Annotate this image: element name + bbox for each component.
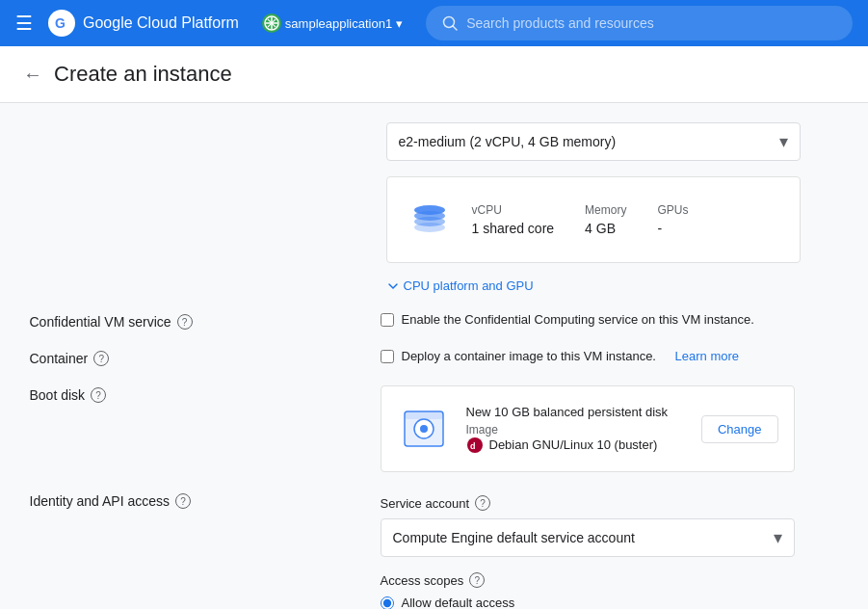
- confidential-vm-row: Confidential VM service ? Enable the Con…: [30, 312, 839, 330]
- main-area: e2-medium (2 vCPU, 4 GB memory) ▾ vCPU 1…: [0, 103, 868, 609]
- svg-point-12: [414, 223, 445, 232]
- container-label-col: Container ?: [30, 349, 357, 366]
- boot-disk-help-icon[interactable]: ?: [91, 387, 106, 403]
- page-header: ← Create an instance: [0, 46, 868, 103]
- memory-label: Memory: [585, 203, 626, 217]
- vcpu-col: vCPU 1 shared core: [472, 203, 555, 236]
- gpus-value: -: [657, 221, 688, 236]
- identity-help-icon[interactable]: ?: [175, 493, 191, 509]
- confidential-vm-checkbox[interactable]: [381, 313, 394, 327]
- service-account-help-icon[interactable]: ?: [475, 495, 490, 511]
- disk-image-label: Image: [466, 423, 686, 437]
- disk-info: New 10 GB balanced persistent disk Image…: [466, 405, 686, 454]
- page-title: Create an instance: [54, 62, 232, 87]
- project-selector[interactable]: sampleapplication1 ▾: [254, 10, 410, 37]
- radio-allow-default-label: Allow default access: [402, 596, 515, 609]
- specs-table: vCPU 1 shared core Memory 4 GB GPUs -: [472, 203, 689, 236]
- service-account-dropdown-icon: ▾: [774, 527, 782, 548]
- container-control: Deploy a container image to this VM inst…: [381, 349, 839, 363]
- vcpu-label: vCPU: [472, 203, 555, 217]
- svg-rect-16: [405, 411, 443, 419]
- radio-allow-default-input[interactable]: [381, 596, 394, 610]
- confidential-vm-help-icon[interactable]: ?: [177, 314, 193, 330]
- app-logo: G Google Cloud Platform: [48, 10, 239, 37]
- container-row: Container ? Deploy a container image to …: [30, 349, 839, 366]
- search-input[interactable]: [466, 15, 837, 31]
- confidential-vm-label-col: Confidential VM service ?: [30, 312, 357, 330]
- project-dropdown-icon: ▾: [396, 16, 403, 31]
- change-boot-disk-button[interactable]: Change: [701, 415, 778, 443]
- back-button[interactable]: ←: [23, 64, 42, 86]
- machine-type-value: e2-medium (2 vCPU, 4 GB memory): [399, 134, 617, 149]
- vcpu-value: 1 shared core: [472, 221, 555, 236]
- form-container: e2-medium (2 vCPU, 4 GB memory) ▾ vCPU 1…: [30, 122, 839, 609]
- chevron-down-icon: [386, 279, 400, 293]
- gpus-label: GPUs: [657, 203, 688, 217]
- service-account-value: Compute Engine default service account: [393, 530, 635, 545]
- container-help-icon[interactable]: ?: [93, 351, 109, 366]
- access-scopes-label: Access scopes ?: [381, 572, 839, 588]
- memory-value: 4 GB: [585, 221, 626, 236]
- project-name: sampleapplication1: [285, 16, 392, 31]
- search-icon: [441, 14, 459, 32]
- google-logo-icon: G: [48, 10, 75, 37]
- identity-row: Identity and API access ? Service accoun…: [30, 491, 839, 609]
- disk-icon: [397, 402, 451, 456]
- access-scopes-radio-group: Allow default access Allow full access t…: [381, 596, 839, 609]
- boot-disk-row: Boot disk ? New 10 GB balanced persisten…: [30, 385, 839, 472]
- boot-disk-label: Boot disk ?: [30, 387, 357, 403]
- confidential-vm-label: Confidential VM service ?: [30, 314, 357, 330]
- svg-text:G: G: [55, 15, 66, 31]
- project-icon: [262, 13, 281, 33]
- confidential-vm-checkbox-label: Enable the Confidential Computing servic…: [402, 312, 754, 327]
- memory-col: Memory 4 GB: [585, 203, 626, 236]
- logo-text: Google Cloud Platform: [83, 14, 239, 32]
- container-learn-more-link[interactable]: Learn more: [675, 349, 739, 363]
- identity-label-col: Identity and API access ?: [30, 491, 357, 509]
- confidential-vm-checkbox-row[interactable]: Enable the Confidential Computing servic…: [381, 312, 839, 327]
- disk-title: New 10 GB balanced persistent disk: [466, 405, 686, 419]
- cpu-platform-link[interactable]: CPU platform and GPU: [386, 278, 839, 293]
- access-scopes-help-icon[interactable]: ?: [469, 572, 485, 588]
- service-account-label: Service account ?: [381, 495, 839, 511]
- boot-disk-label-col: Boot disk ?: [30, 385, 357, 403]
- debian-icon: d: [466, 437, 484, 454]
- specs-card: vCPU 1 shared core Memory 4 GB GPUs -: [386, 176, 801, 263]
- menu-icon[interactable]: ☰: [15, 12, 33, 35]
- disk-image-name: Debian GNU/Linux 10 (buster): [489, 437, 658, 452]
- container-checkbox[interactable]: [381, 350, 394, 363]
- machine-type-dropdown[interactable]: e2-medium (2 vCPU, 4 GB memory) ▾: [386, 122, 801, 161]
- identity-label: Identity and API access ?: [30, 493, 357, 509]
- service-account-dropdown[interactable]: Compute Engine default service account ▾: [381, 518, 795, 557]
- identity-control: Service account ? Compute Engine default…: [381, 495, 839, 609]
- search-bar[interactable]: [426, 6, 853, 40]
- svg-text:d: d: [470, 441, 476, 451]
- confidential-vm-control: Enable the Confidential Computing servic…: [381, 312, 839, 327]
- svg-point-15: [420, 425, 428, 433]
- machine-type-dropdown-icon: ▾: [779, 131, 788, 152]
- radio-allow-default[interactable]: Allow default access: [381, 596, 839, 609]
- machine-type-section: e2-medium (2 vCPU, 4 GB memory) ▾: [30, 122, 839, 161]
- svg-line-8: [453, 26, 457, 30]
- container-checkbox-row[interactable]: Deploy a container image to this VM inst…: [381, 349, 839, 363]
- boot-disk-control: New 10 GB balanced persistent disk Image…: [381, 385, 839, 472]
- snowflake-icon: [263, 14, 280, 32]
- machine-type-icon: [403, 193, 457, 247]
- app-header: ☰ G Google Cloud Platform sampleapplicat…: [0, 0, 868, 46]
- boot-disk-card: New 10 GB balanced persistent disk Image…: [381, 385, 795, 472]
- container-checkbox-label: Deploy a container image to this VM inst…: [402, 349, 656, 363]
- gpus-col: GPUs -: [657, 203, 688, 236]
- disk-image-row: d Debian GNU/Linux 10 (buster): [466, 437, 686, 454]
- cpu-platform-text: CPU platform and GPU: [404, 278, 534, 293]
- container-label: Container ?: [30, 351, 357, 366]
